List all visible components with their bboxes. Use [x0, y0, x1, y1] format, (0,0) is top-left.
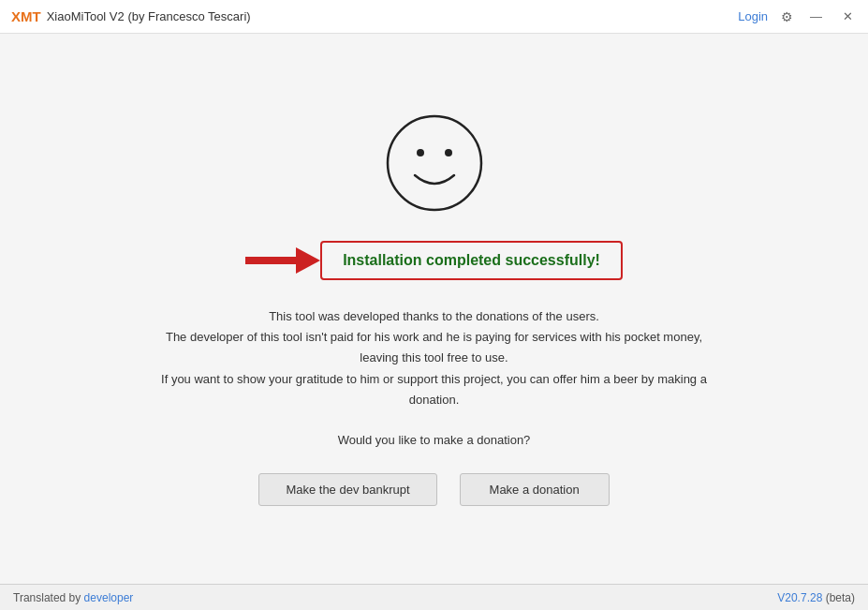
success-message: Installation completed successfully!	[343, 252, 600, 268]
arrow-container	[245, 244, 320, 277]
smiley-face-icon	[383, 112, 486, 215]
version-suffix: (beta)	[822, 591, 855, 604]
desc-line4: If you want to show your gratitude to hi…	[161, 372, 707, 386]
make-donation-button[interactable]: Make a donation	[460, 473, 610, 506]
svg-point-1	[417, 149, 424, 156]
brand-short: XMT	[11, 8, 41, 24]
settings-icon[interactable]: ⚙	[781, 9, 793, 24]
translated-by-label: Translated by	[13, 591, 81, 604]
svg-marker-4	[296, 247, 320, 274]
desc-line2: The developer of this tool isn't paid fo…	[166, 330, 702, 344]
success-box: Installation completed successfully!	[320, 241, 623, 280]
title-bar: XMT XiaoMiTool V2 (by Francesco Tescari)…	[0, 0, 868, 34]
status-left: Translated by developer	[13, 591, 133, 604]
desc-line1: This tool was developed thanks to the do…	[269, 309, 599, 323]
desc-line3: leaving this tool free to use.	[360, 350, 508, 365]
donation-question: Would you like to make a donation?	[338, 433, 531, 447]
svg-point-0	[388, 116, 481, 210]
buttons-row: Make the dev bankrupt Make a donation	[258, 473, 609, 506]
brand-full: XiaoMiTool V2 (by Francesco Tescari)	[47, 9, 251, 23]
minimize-button[interactable]: —	[806, 7, 826, 25]
description-text: This tool was developed thanks to the do…	[161, 306, 707, 409]
version-link[interactable]: V20.7.28	[777, 591, 822, 604]
svg-point-2	[445, 149, 452, 156]
login-link[interactable]: Login	[738, 9, 768, 23]
status-right: V20.7.28 (beta)	[777, 591, 855, 604]
brand-area: XMT XiaoMiTool V2 (by Francesco Tescari)	[11, 8, 738, 24]
desc-line5: donation.	[409, 393, 460, 407]
window-controls: Login ⚙ — ✕	[738, 7, 857, 25]
developer-link[interactable]: developer	[84, 591, 134, 604]
success-row: Installation completed successfully!	[245, 241, 623, 280]
main-content: Installation completed successfully! Thi…	[0, 34, 868, 584]
make-bankrupt-button[interactable]: Make the dev bankrupt	[258, 473, 436, 506]
arrow-icon	[245, 244, 320, 277]
status-bar: Translated by developer V20.7.28 (beta)	[0, 584, 868, 610]
svg-rect-3	[245, 257, 300, 264]
close-button[interactable]: ✕	[839, 7, 857, 25]
